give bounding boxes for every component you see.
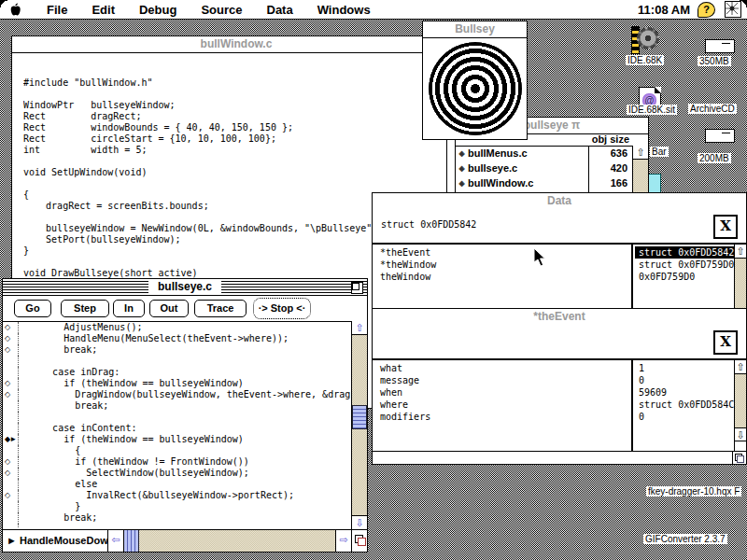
gutter[interactable] <box>4 412 19 423</box>
variable-value[interactable]: struct 0x0FD759D0 <box>635 259 735 271</box>
variable-value[interactable]: 0 <box>635 374 735 386</box>
breakpoint-diamond-icon[interactable]: ◇ <box>4 344 19 356</box>
theevent-value-pane[interactable]: X <box>373 325 746 360</box>
gutter[interactable] <box>4 501 19 512</box>
project-file-row[interactable]: ◈bullseye.c420 <box>456 161 633 175</box>
breakpoint-diamond-icon[interactable]: ◇ <box>4 490 19 501</box>
theevent-value-pane-list[interactable]: 1059609struct 0x0FDD584C0 <box>635 360 735 454</box>
gutter[interactable] <box>4 400 19 412</box>
data-close-value-button[interactable]: X <box>713 215 738 239</box>
zoom-box-icon[interactable] <box>351 282 363 294</box>
gifconverter-label[interactable]: GIFConverter 2.3.7 <box>643 534 727 544</box>
variable-name[interactable]: when <box>373 386 631 399</box>
horizontal-scroll-thumb[interactable] <box>124 530 139 552</box>
horizontal-scroll-track[interactable] <box>139 530 335 552</box>
variable-name[interactable]: theWindow <box>373 271 631 283</box>
theevent-name-pane[interactable]: whatmessagewhenwheremodifiers <box>373 360 633 454</box>
menu-item-debug[interactable]: Debug <box>127 3 189 17</box>
theevent-titlebar[interactable]: *theEvent <box>373 309 746 326</box>
variable-name[interactable]: modifiers <box>373 411 631 423</box>
data-name-pane[interactable]: *theEvent*theWindowtheWindow <box>373 245 633 311</box>
ide68k-label[interactable]: IDE.68K <box>626 55 664 65</box>
ide68k-app-icon[interactable] <box>631 25 659 53</box>
debugger-scroll-thumb[interactable] <box>352 405 367 429</box>
breakpoint-diamond-icon[interactable]: ◇ <box>4 468 19 479</box>
scroll-right-arrow-icon[interactable]: ⇨ <box>335 530 351 552</box>
variable-value[interactable]: 0x0FD759D0 <box>635 271 735 283</box>
disk-200mb-label[interactable]: 200MB <box>698 153 731 163</box>
fkey-folder-label[interactable]: fkey-dragger-10.hqx F <box>646 486 741 497</box>
menu-item-source[interactable]: Source <box>189 3 254 17</box>
variable-name[interactable]: message <box>373 374 631 386</box>
theevent-close-value-button[interactable]: X <box>713 330 738 355</box>
step-button[interactable]: Step <box>61 300 109 317</box>
gutter[interactable] <box>4 512 19 524</box>
code-line: ◇ HandleMenu(MenuSelect(theEvent->where)… <box>4 333 351 344</box>
gutter[interactable] <box>4 356 19 367</box>
go-button[interactable]: Go <box>14 300 51 317</box>
breakpoint-diamond-icon[interactable]: ◇ <box>4 322 19 333</box>
scroll-left-arrow-icon[interactable]: ⇦ <box>108 530 124 552</box>
scroll-up-arrow-icon[interactable]: ⇧ <box>735 360 746 374</box>
debugger-titlebar[interactable]: bullseye.c <box>3 279 367 297</box>
variable-name[interactable]: *theEvent <box>373 246 631 259</box>
ide68ksit-label[interactable]: IDE.68K.sit <box>627 105 677 115</box>
breakpoint-diamond-icon[interactable]: ◇ <box>4 333 19 344</box>
data-scroll-track[interactable] <box>735 259 746 311</box>
in-button[interactable]: In <box>113 300 145 317</box>
disk-350mb-icon[interactable] <box>705 39 735 53</box>
archivecd-label[interactable]: ArchiveCD <box>688 104 737 114</box>
out-button[interactable]: Out <box>149 300 189 317</box>
function-popup[interactable]: ► HandleMouseDown <box>3 530 108 552</box>
scroll-up-arrow-icon[interactable]: ⇧ <box>633 146 648 160</box>
breakpoint-diamond-icon[interactable]: ◇ <box>4 456 19 468</box>
bullwindow-titlebar[interactable]: bullWindow.c <box>12 36 460 53</box>
variable-name[interactable]: what <box>373 362 631 374</box>
gutter[interactable] <box>4 479 19 490</box>
scroll-up-arrow-icon[interactable]: ⇧ <box>735 245 746 259</box>
stop-button[interactable]: ·> Stop <· <box>253 298 311 319</box>
project-file-row[interactable]: ◈bullWindow.c166 <box>456 175 633 190</box>
disk-350mb-label[interactable]: 350MB <box>698 56 731 66</box>
resize-handle[interactable] <box>732 452 746 464</box>
bar-label[interactable]: Bar <box>650 147 669 157</box>
current-statement-marker[interactable]: ◆► <box>4 434 19 445</box>
variable-name[interactable]: *theWindow <box>373 259 631 271</box>
scroll-down-arrow-icon[interactable]: ⇩ <box>352 515 367 529</box>
menu-item-windows[interactable]: Windows <box>305 3 383 17</box>
balloon-help-icon[interactable]: ? <box>698 2 715 18</box>
gutter[interactable] <box>4 423 19 434</box>
archivecd-disk-icon[interactable] <box>705 129 735 143</box>
project-file-row[interactable]: ◈bullMenus.c636 <box>456 146 633 161</box>
gutter[interactable] <box>4 445 19 456</box>
debugger-code[interactable]: ◇ AdjustMenus();◇ HandleMenu(MenuSelect(… <box>4 322 351 528</box>
debugger-vertical-scrollbar[interactable]: ⇧ ⇩ <box>351 321 367 529</box>
resize-handle[interactable] <box>351 530 367 552</box>
scroll-down-arrow-icon[interactable]: ⇩ <box>735 427 746 441</box>
breakpoint-diamond-icon[interactable]: ◇ <box>4 389 19 400</box>
variable-value[interactable]: 59609 <box>635 386 735 399</box>
menu-item-data[interactable]: Data <box>255 3 305 17</box>
data-titlebar[interactable]: Data <box>373 193 746 210</box>
bullsey-titlebar[interactable]: Bullsey <box>423 21 527 38</box>
data-scrollbar[interactable]: ⇧ <box>734 245 746 311</box>
menu-item-edit[interactable]: Edit <box>79 3 127 17</box>
variable-value[interactable]: struct 0x0FDD584C <box>635 399 735 411</box>
variable-name[interactable]: where <box>373 399 631 411</box>
theevent-scroll-track[interactable] <box>735 374 746 427</box>
data-value-pane-list[interactable]: struct 0x0FDD5842struct 0x0FD759D00x0FD7… <box>635 245 735 311</box>
variable-value[interactable]: 0 <box>635 411 735 423</box>
gutter[interactable] <box>4 524 19 528</box>
apple-menu-icon[interactable] <box>9 3 21 17</box>
theevent-scrollbar[interactable]: ⇧ ⇩ <box>734 360 746 454</box>
variable-value[interactable]: 1 <box>635 362 735 374</box>
menu-item-file[interactable]: File <box>35 3 79 17</box>
breakpoint-diamond-icon[interactable]: ◇ <box>4 378 19 389</box>
scroll-up-arrow-icon[interactable]: ⇧ <box>352 321 367 335</box>
data-value-pane[interactable]: struct 0x0FDD5842 X <box>373 209 746 245</box>
gutter[interactable] <box>4 367 19 378</box>
variable-value[interactable]: struct 0x0FDD5842 <box>635 246 735 259</box>
code-line: case inContent: <box>4 423 351 434</box>
code-text: DragWindow(bullseyeWindow, theEvent->whe… <box>19 389 350 400</box>
trace-button[interactable]: Trace <box>194 300 247 317</box>
